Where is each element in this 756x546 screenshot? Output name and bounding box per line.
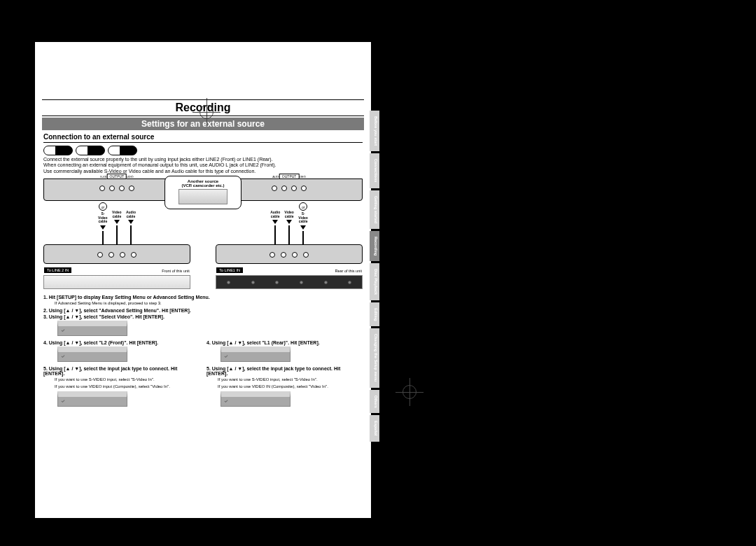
tab-espanol[interactable]: Español: [370, 415, 379, 441]
side-tabs: Before you start Connections Getting sta…: [370, 111, 379, 442]
step-1-note: If Advanced Setting Menu is displayed, p…: [55, 301, 363, 305]
menu-screenshot-r5: [220, 391, 290, 407]
badge-dvd-vr: [76, 146, 105, 155]
intro-text: Connect the external source properly to …: [43, 157, 363, 174]
intro-p3: Use commercially available S-Video or Vi…: [43, 169, 255, 174]
col-right: 4. Using [▲ / ▼], select "L1 (Rear)". Hi…: [206, 340, 363, 411]
tab-recording[interactable]: Recording: [370, 231, 379, 261]
left-step-4: 4. Using [▲ / ▼], select "L2 (Front)". H…: [43, 340, 200, 345]
right-step-4: 4. Using [▲ / ▼], select "L1 (Rear)". Hi…: [206, 340, 363, 345]
device-rear-illustration: [216, 275, 363, 289]
vcr-illustration: [178, 189, 227, 204]
connection-diagram: Another source (VCR camcorder etc.) OUTP…: [43, 178, 363, 289]
badge-dvd-rw: [108, 146, 137, 155]
source-box: Another source (VCR camcorder etc.): [164, 176, 241, 209]
menu-screenshot-s3: [57, 321, 127, 336]
col-left: 4. Using [▲ / ▼], select "L2 (Front)". H…: [43, 340, 200, 411]
left-s5-p2: If you want to use VIDEO input (Composit…: [55, 384, 200, 388]
output-label: OUTPUT: [107, 174, 127, 179]
line2-tag: To LINE 2 IN: [44, 267, 71, 273]
line1-tag: To LINE1 IN: [216, 267, 243, 273]
section-heading: Connection to an external source: [43, 133, 363, 143]
menu-screenshot-l5: [57, 391, 127, 407]
menu-screenshot-r4: [220, 346, 290, 362]
right-s5-p1: If you want to use S-VIDEO input, select…: [218, 377, 363, 382]
front-unit-label: Front of this unit: [162, 269, 189, 273]
input-box-left: To LINE 2 IN Front of this unit: [43, 244, 190, 264]
step-1: 1. Hit [SETUP] to display Easy Setting M…: [43, 295, 363, 300]
tab-connections[interactable]: Connections: [370, 153, 379, 188]
or-label: or: [99, 202, 107, 211]
manual-page: Recording Settings for an external sourc…: [35, 42, 371, 518]
rear-unit-label: Rear of this unit: [335, 269, 362, 273]
left-step-5: 5. Using [▲ / ▼], select the input jack …: [43, 366, 200, 376]
step-3: 3. Using [▲ / ▼], select "Select Video".…: [43, 314, 363, 319]
steps-columns: 4. Using [▲ / ▼], select "L2 (Front)". H…: [43, 340, 363, 411]
source-label: Another source (VCR camcorder etc.): [181, 179, 224, 188]
step-2: 2. Using [▲ / ▼], select "Advanced Setti…: [43, 308, 363, 313]
tab-editing[interactable]: Editing: [370, 302, 379, 327]
tab-others[interactable]: Others: [370, 390, 379, 414]
right-step-5: 5. Using [▲ / ▼], select the input jack …: [206, 366, 363, 376]
menu-screenshot-l4: [57, 346, 127, 362]
device-front-illustration: [43, 275, 190, 289]
badge-dvd-video: [43, 146, 73, 155]
tab-setup[interactable]: Changing the Setup menu: [370, 328, 379, 387]
media-badges: [43, 146, 363, 155]
tab-before[interactable]: Before you start: [370, 111, 379, 151]
right-s5-p2: If you want to use VIDEO IN (Composite),…: [218, 384, 363, 388]
crop-mark-right: [396, 378, 424, 406]
steps-common: 1. Hit [SETUP] to display Easy Setting M…: [43, 295, 363, 336]
intro-p2: When connecting an external equipment of…: [43, 162, 276, 167]
input-box-right: To LINE1 IN Rear of this unit: [216, 244, 363, 264]
crop-mark-top: [192, 98, 220, 126]
left-s5-p1: If you want to use S-VIDEO input, select…: [55, 377, 200, 382]
tab-playback[interactable]: Disc Playback: [370, 263, 379, 300]
tab-getting-started[interactable]: Getting started: [370, 190, 379, 229]
intro-p1: Connect the external source properly to …: [43, 157, 273, 162]
